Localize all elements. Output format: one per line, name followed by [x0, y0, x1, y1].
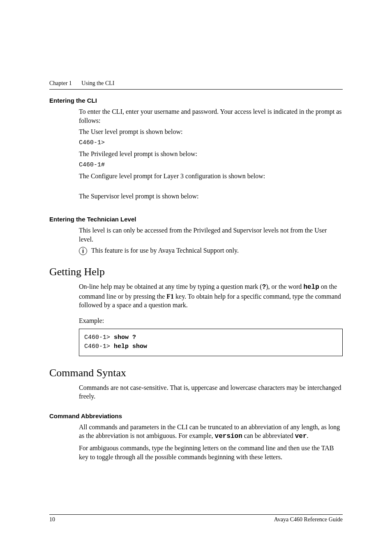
text-run: . — [307, 432, 309, 439]
section-body-tech-level: This level is can only be accessed from … — [79, 226, 343, 255]
paragraph: For ambiguous commands, type the beginni… — [79, 444, 343, 461]
paragraph: On-line help may be obtained at any time… — [79, 282, 343, 310]
example-box: C460-1> show ? C460-1> help show — [79, 329, 343, 356]
section-heading-getting-help: Getting Help — [49, 266, 343, 278]
key-f1: F1 — [166, 293, 174, 300]
example-prompt: C460-1> — [84, 343, 114, 350]
section-body-getting-help: On-line help may be obtained at any time… — [79, 282, 343, 356]
paragraph: This level is can only be accessed from … — [79, 226, 343, 244]
section-body-command-abbrev: All commands and parameters in the CLI c… — [79, 423, 343, 461]
example-prompt: C460-1> — [84, 334, 114, 341]
doc-title: Avaya C460 Reference Guide — [274, 516, 343, 523]
example-label: Example: — [79, 316, 343, 325]
example-command: show ? — [114, 334, 136, 341]
section-heading-command-abbrev: Command Abbreviations — [49, 412, 343, 419]
paragraph: The Privileged level prompt is shown bel… — [79, 150, 343, 159]
example-line: C460-1> help show — [84, 342, 337, 352]
section-body-entering-cli: To enter the CLI, enter your username an… — [79, 107, 343, 201]
text-run: can be abbreviated — [242, 432, 295, 439]
info-icon: i — [79, 247, 87, 255]
page-number: 10 — [49, 516, 55, 523]
inline-code-help: help — [303, 283, 319, 291]
paragraph: The Supervisor level prompt is shown bel… — [79, 192, 343, 201]
section-heading-entering-cli: Entering the CLI — [49, 97, 343, 104]
paragraph: All commands and parameters in the CLI c… — [79, 423, 343, 441]
info-note: i This feature is for use by Avaya Techn… — [79, 246, 343, 255]
section-heading-command-syntax: Command Syntax — [49, 367, 343, 379]
page-footer: 10 Avaya C460 Reference Guide — [49, 514, 343, 523]
inline-code-version: version — [215, 433, 242, 440]
paragraph: To enter the CLI, enter your username an… — [79, 107, 343, 125]
example-line: C460-1> show ? — [84, 333, 337, 343]
footer-rule — [49, 514, 343, 515]
code-line: C460-1> — [79, 139, 343, 147]
running-head: Chapter 1 Using the CLI — [49, 80, 343, 87]
paragraph: The User level prompt is shown below: — [79, 127, 343, 136]
chapter-label: Chapter 1 — [49, 80, 72, 86]
text-run: On-line help may be obtained at any time… — [79, 283, 262, 290]
code-line: C460-1# — [79, 161, 343, 169]
header-rule — [49, 89, 343, 90]
paragraph: The Configure level prompt for Layer 3 c… — [79, 172, 343, 181]
text-run: ), or the word — [266, 283, 303, 290]
section-heading-tech-level: Entering the Technician Level — [49, 216, 343, 223]
paragraph: Commands are not case-sensitive. That is… — [79, 383, 343, 401]
inline-code-ver: ver — [295, 433, 307, 440]
chapter-title: Using the CLI — [81, 80, 114, 86]
info-text: This feature is for use by Avaya Technic… — [91, 246, 239, 255]
example-command: help show — [114, 343, 147, 350]
section-body-command-syntax: Commands are not case-sensitive. That is… — [79, 383, 343, 401]
inline-code-qmark: ? — [262, 283, 266, 291]
